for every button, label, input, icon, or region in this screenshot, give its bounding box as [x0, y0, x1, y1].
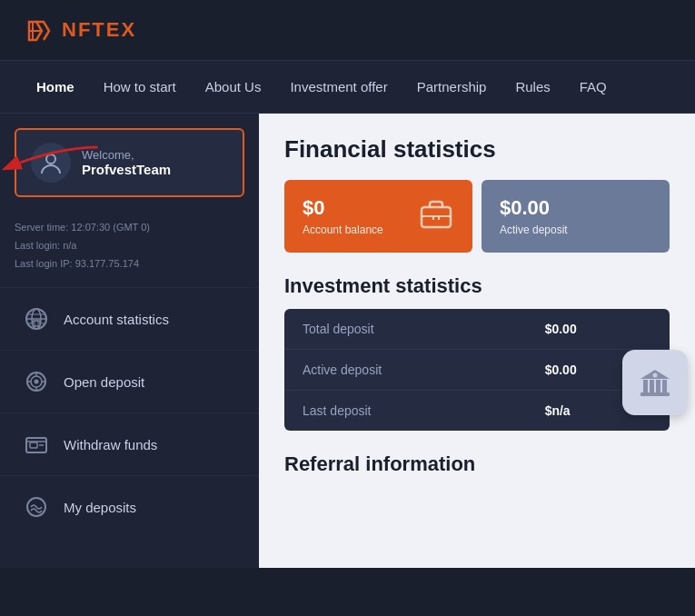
account-balance-label: Account balance [303, 224, 383, 236]
last-login-ip: Last login IP: 93.177.75.174 [15, 255, 244, 273]
welcome-label: Welcome, [82, 148, 171, 162]
svg-point-8 [35, 380, 39, 384]
user-card: Welcome, ProfvestTeam [15, 128, 244, 197]
bank-svg [637, 364, 673, 401]
last-login: Last login: n/a [15, 237, 244, 255]
table-row: Active deposit $0.00 [284, 350, 670, 391]
active-deposit-label: Active deposit [500, 224, 568, 236]
account-statistics-label: Account statistics [64, 312, 169, 327]
investment-stats-title: Investment statistics [284, 274, 670, 298]
financial-stats-title: Financial statistics [284, 135, 670, 164]
sidebar-item-account-statistics[interactable]: Account statistics [0, 287, 259, 350]
sidebar-item-withdraw-funds[interactable]: Withdraw funds [0, 412, 259, 475]
briefcase-icon [418, 198, 454, 235]
svg-rect-15 [656, 380, 660, 392]
nav-item-partnership[interactable]: Partnership [402, 61, 501, 113]
table-row: Last deposit $n/a [284, 391, 670, 432]
avatar [31, 143, 71, 183]
account-balance-info: $0 Account balance [303, 196, 383, 236]
server-info: Server time: 12:07:30 (GMT 0) Last login… [0, 212, 259, 287]
logo-icon [22, 13, 56, 47]
svg-rect-16 [662, 380, 667, 392]
main-layout: Welcome, ProfvestTeam Server time: 12:07… [0, 114, 695, 568]
svg-rect-17 [640, 392, 670, 396]
svg-rect-5 [33, 321, 40, 326]
nav-item-how-to-start[interactable]: How to start [89, 61, 191, 113]
active-deposit-row-label: Active deposit [284, 350, 527, 391]
svg-rect-14 [650, 380, 654, 392]
my-deposits-label: My deposits [64, 500, 136, 515]
table-row: Total deposit $0.00 [284, 309, 670, 350]
svg-rect-13 [643, 380, 648, 392]
withdraw-icon [22, 430, 51, 459]
last-deposit-label: Last deposit [284, 391, 527, 432]
nav-item-investment-offer[interactable]: Investment offer [275, 61, 402, 113]
deposits-icon [22, 492, 51, 522]
header: NFTEX [0, 0, 695, 61]
sidebar-menu: Account statistics Open deposit [0, 287, 259, 538]
open-deposit-label: Open deposit [64, 374, 144, 390]
nav-item-home[interactable]: Home [22, 61, 89, 113]
sidebar: Welcome, ProfvestTeam Server time: 12:07… [0, 114, 259, 568]
nav-item-about-us[interactable]: About Us [191, 61, 276, 113]
total-deposit-label: Total deposit [284, 309, 527, 350]
user-icon [38, 150, 64, 175]
account-balance-card: $0 Account balance [284, 180, 472, 253]
globe-icon [22, 304, 51, 333]
username-label: ProfvestTeam [82, 162, 171, 177]
svg-rect-10 [30, 442, 37, 448]
logo[interactable]: NFTEX [22, 13, 136, 47]
svg-point-1 [46, 154, 55, 164]
bank-icon [622, 350, 688, 415]
svg-point-18 [653, 373, 658, 378]
target-icon [22, 367, 51, 396]
server-time: Server time: 12:07:30 (GMT 0) [15, 219, 244, 237]
account-balance-amount: $0 [303, 196, 383, 220]
active-deposit-card: $0.00 Active deposit [482, 180, 670, 253]
active-deposit-info: $0.00 Active deposit [500, 196, 568, 236]
logo-text: NFTEX [62, 18, 136, 42]
investment-table: Total deposit $0.00 Active deposit $0.00… [284, 309, 670, 431]
withdraw-funds-label: Withdraw funds [64, 437, 157, 452]
sidebar-item-open-deposit[interactable]: Open deposit [0, 350, 259, 412]
referral-title: Referral information [284, 452, 670, 476]
content-area: Financial statistics $0 Account balance [259, 114, 695, 568]
nav-item-faq[interactable]: FAQ [565, 61, 621, 113]
user-info: Welcome, ProfvestTeam [82, 148, 171, 177]
stat-cards: $0 Account balance $0.00 Active deposit [284, 180, 670, 253]
sidebar-item-my-deposits[interactable]: My deposits [0, 475, 259, 538]
main-nav: Home How to start About Us Investment of… [0, 61, 695, 114]
nav-item-rules[interactable]: Rules [501, 61, 564, 113]
active-deposit-amount: $0.00 [500, 196, 568, 220]
total-deposit-value: $0.00 [527, 309, 670, 350]
